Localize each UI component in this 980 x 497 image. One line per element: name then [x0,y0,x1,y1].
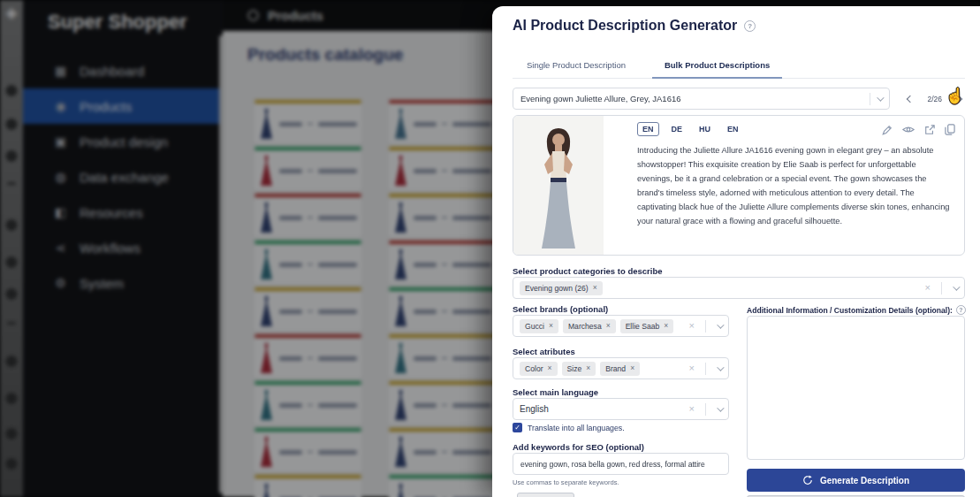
chevron-down-icon[interactable] [717,321,724,328]
attribute-tag: Brand× [600,362,640,376]
remove-tag-icon[interactable]: × [630,364,634,372]
model-illustration [513,116,604,255]
main-language-select[interactable]: English × [513,398,729,420]
chevron-down-icon[interactable] [877,94,885,101]
language-label: Select main language [513,387,598,397]
divider [705,363,706,375]
remove-tag-icon[interactable]: × [593,284,597,292]
keywords-label: Add keywords for SEO (optional) [513,442,644,452]
language-tab[interactable]: DE [667,123,688,135]
tab-bulk-product-descriptions[interactable]: Bulk Product Descriptions [661,56,773,78]
keywords-input[interactable] [513,453,729,475]
clear-field-icon[interactable]: × [689,363,695,373]
preview-actions [882,124,955,135]
keywords-helper: Use commas to separate keywords. [513,478,619,486]
attribute-tag: Color× [520,362,558,376]
hand-pointer-cursor: ☝ [946,87,964,105]
screen: ◈ Super Shopper ▦ Dashboard ◉ [0,0,980,497]
brands-field[interactable]: Gucci× Marchesa× Ellie Saab× × [513,315,729,337]
brands-label: Select brands (optional) [513,304,608,314]
translate-label: Translate into all languages. [528,424,625,432]
brand-tag: Ellie Saab× [620,319,674,333]
generate-button-label: Generate Description [820,476,909,486]
tab-single-product-description[interactable]: Single Product Description [523,56,629,78]
remove-tag-icon[interactable]: × [548,364,552,372]
ai-description-generator-modal: AI Product Description Generator ? Singl… [492,6,980,497]
description-preview-card: EN DE HU EN Introducing the Julie [513,115,965,256]
product-select-row: Evening gown Juliette Allure, Grey, JA16… [513,88,965,110]
external-link-icon[interactable] [924,125,935,135]
language-tab[interactable]: HU [695,123,715,135]
modal-title: AI Product Description Generator [513,18,737,34]
cutoff-button-left[interactable] [517,493,574,497]
divider [705,403,706,416]
eye-icon[interactable] [902,125,915,134]
generated-description: Introducing the Juliette Allure JA1616 e… [637,143,952,228]
remove-tag-icon[interactable]: × [664,322,668,330]
brand-tag: Marchesa× [563,319,616,333]
modal-tabs: Single Product Description Bulk Product … [513,56,965,79]
remove-tag-icon[interactable]: × [586,364,590,372]
language-tab[interactable]: EN [723,123,743,135]
additional-info-label-row: Additional Information / Customization D… [747,305,966,315]
modal-title-row: AI Product Description Generator ? [513,18,756,34]
additional-info-label: Additional Information / Customization D… [747,306,953,315]
divider [870,93,870,105]
categories-field[interactable]: Evening gown (26) × × [513,277,965,299]
edit-icon[interactable] [882,125,893,135]
clear-field-icon[interactable]: × [689,321,695,331]
translate-checkbox[interactable]: ✓ [513,423,522,432]
attributes-label: Select atributes [513,347,575,356]
refresh-icon [802,475,813,486]
copy-icon[interactable] [945,124,955,135]
divider [941,282,942,294]
categories-label: Select product categories to describe [513,266,662,276]
chevron-down-icon[interactable] [953,283,960,290]
product-select[interactable]: Evening gown Juliette Allure, Grey, JA16… [513,88,890,110]
chevron-down-icon[interactable] [717,363,724,371]
additional-info-textarea[interactable] [747,316,965,460]
category-tag: Evening gown (26) × [520,281,603,295]
attributes-field[interactable]: Color× Size× Brand× × [513,357,729,379]
language-value: English [520,404,549,414]
question-circle-icon[interactable]: ? [744,20,756,32]
product-image [513,116,604,255]
remove-tag-icon[interactable]: × [549,322,553,330]
language-tab[interactable]: EN [637,122,659,136]
prev-product-button[interactable] [904,93,916,105]
product-select-value: Evening gown Juliette Allure, Grey, JA16… [520,94,680,103]
chevron-down-icon[interactable] [717,404,724,411]
question-circle-icon[interactable]: ? [956,305,966,315]
attribute-tag: Size× [562,362,596,376]
remove-tag-icon[interactable]: × [606,322,611,330]
generate-description-button[interactable]: Generate Description [747,469,965,492]
language-tabs: EN DE HU EN [637,122,743,136]
translate-checkbox-row: ✓ Translate into all languages. [513,423,625,432]
clear-field-icon[interactable]: × [925,283,931,293]
divider [705,320,706,333]
brand-tag: Gucci× [520,319,558,333]
chevron-left-icon [907,95,914,102]
pagination-position: 2/26 [927,95,942,103]
clear-field-icon[interactable]: × [689,404,695,414]
